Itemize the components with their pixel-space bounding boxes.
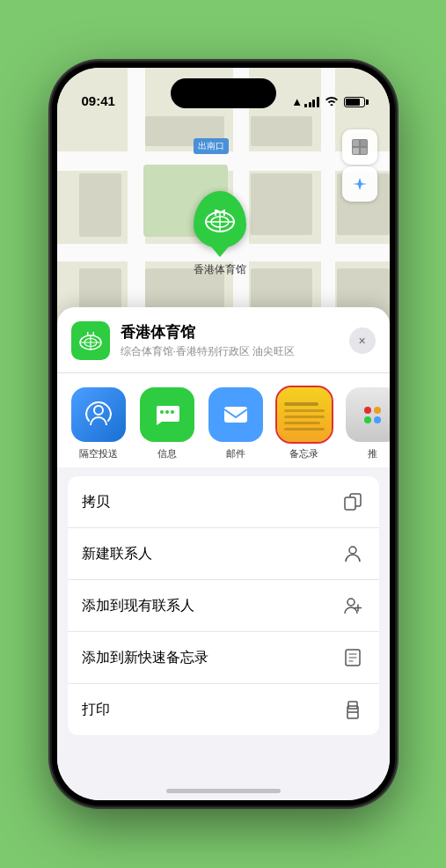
share-item-message[interactable]: 信息 (140, 387, 194, 460)
svg-rect-2 (361, 140, 367, 146)
svg-point-26 (349, 547, 356, 554)
more-icon-wrap (346, 387, 390, 442)
print-icon (340, 697, 365, 722)
mail-icon-wrap (208, 387, 263, 442)
share-item-airdrop[interactable]: 隔空投送 (71, 387, 126, 460)
signal-bars-icon (304, 97, 319, 107)
close-button[interactable]: × (349, 327, 376, 354)
phone-frame: 09:41 ▲ (52, 63, 395, 805)
share-item-more[interactable]: 推 (346, 387, 390, 460)
svg-rect-35 (348, 702, 357, 709)
map-controls (342, 129, 377, 203)
svg-rect-3 (353, 148, 359, 154)
svg-rect-4 (361, 148, 367, 154)
airdrop-label: 隔空投送 (79, 447, 118, 460)
svg-point-22 (171, 410, 174, 414)
message-icon-wrap (140, 387, 194, 442)
pin-label: 香港体育馆 (194, 262, 246, 277)
sheet-header: 香港体育馆 综合体育馆·香港特别行政区 油尖旺区 × (57, 307, 390, 372)
map-label-nankou: 出南口 (194, 138, 229, 154)
share-item-mail[interactable]: 邮件 (208, 387, 263, 460)
action-new-contact-label: 新建联系人 (82, 545, 152, 563)
action-row-new-contact[interactable]: 新建联系人 (68, 528, 379, 580)
venue-name: 香港体育馆 (121, 322, 349, 342)
person-icon (340, 541, 365, 566)
svg-rect-9 (215, 210, 216, 216)
svg-rect-25 (345, 497, 355, 510)
action-row-add-note[interactable]: 添加到新快速备忘录 (68, 632, 379, 684)
svg-point-27 (347, 599, 355, 606)
dynamic-island (171, 78, 276, 108)
svg-rect-34 (347, 712, 358, 718)
home-indicator (166, 789, 281, 793)
more-label: 推 (368, 447, 377, 460)
location-arrow-icon: ▲ (291, 95, 303, 108)
action-add-note-label: 添加到新快速备忘录 (82, 649, 208, 667)
svg-rect-18 (92, 332, 94, 336)
mail-label: 邮件 (226, 447, 245, 460)
action-row-add-existing[interactable]: 添加到现有联系人 (68, 580, 379, 632)
svg-rect-17 (87, 332, 89, 336)
location-button[interactable] (342, 166, 377, 202)
share-item-notes[interactable]: 备忘录 (277, 387, 332, 460)
stadium-pin: 香港体育馆 (194, 191, 246, 277)
pin-icon (194, 191, 246, 248)
svg-point-19 (94, 406, 103, 415)
notes-icon-wrap (277, 387, 332, 442)
svg-point-21 (165, 410, 169, 414)
phone-screen: 09:41 ▲ (57, 68, 390, 800)
person-add-icon (340, 593, 365, 618)
action-add-existing-label: 添加到现有联系人 (82, 597, 194, 615)
status-icons (304, 95, 365, 108)
action-row-print[interactable]: 打印 (68, 684, 379, 735)
action-print-label: 打印 (82, 701, 110, 719)
map-type-button[interactable] (342, 129, 377, 165)
bottom-sheet: 香港体育馆 综合体育馆·香港特别行政区 油尖旺区 × (57, 307, 390, 800)
wifi-icon (325, 95, 339, 108)
action-row-copy[interactable]: 拷贝 (68, 476, 379, 528)
battery-icon (344, 97, 365, 107)
message-label: 信息 (157, 447, 177, 460)
venue-subtitle: 综合体育馆·香港特别行政区 油尖旺区 (121, 344, 349, 359)
share-row: 隔空投送 信息 (57, 372, 390, 467)
action-rows: 拷贝 新建联系人 (68, 476, 379, 735)
svg-point-20 (160, 410, 164, 414)
venue-icon (71, 321, 110, 360)
copy-icon (340, 489, 365, 514)
action-copy-label: 拷贝 (82, 493, 110, 511)
note-icon (340, 645, 365, 670)
svg-rect-1 (353, 140, 359, 146)
svg-rect-23 (224, 407, 247, 423)
venue-info: 香港体育馆 综合体育馆·香港特别行政区 油尖旺区 (121, 322, 349, 359)
airdrop-icon-wrap (71, 387, 126, 442)
notes-label: 备忘录 (289, 447, 318, 460)
